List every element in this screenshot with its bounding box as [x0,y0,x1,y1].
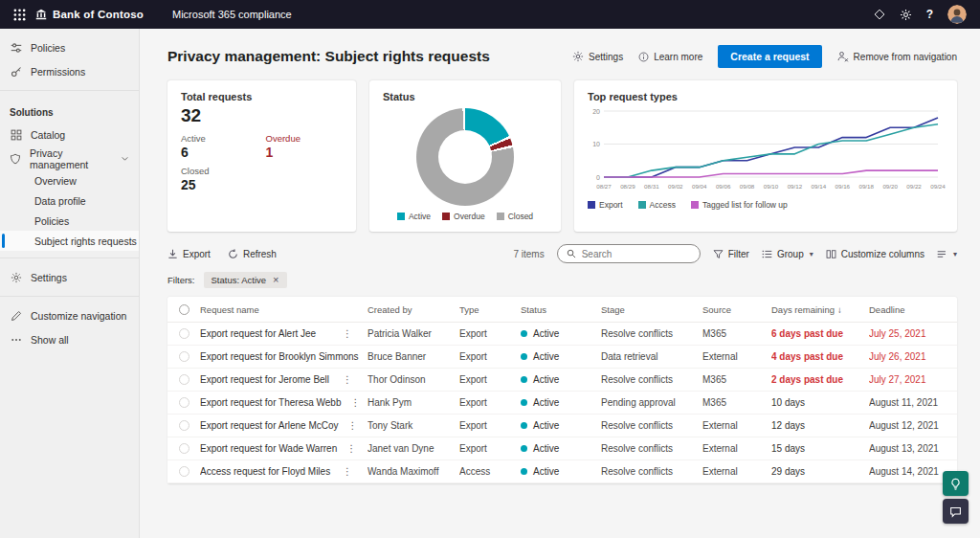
search-box[interactable] [557,244,701,263]
list-view-icon [937,249,947,259]
remove-filter-icon[interactable]: × [273,275,278,285]
row-more-icon[interactable]: ⋮ [333,328,362,339]
row-checkbox[interactable] [167,374,200,385]
help-icon[interactable]: ? [926,9,933,20]
learn-more-button[interactable]: Learn more [638,52,702,62]
whats-new-icon[interactable] [874,9,885,20]
request-name-cell[interactable]: Access request for Floyd Miles⋮ [200,466,368,477]
request-name-cell[interactable]: Export request for Brooklyn Simmons⋮ [200,351,368,362]
sidebar-section-solutions: Solutions [0,98,139,123]
table-row[interactable]: Access request for Floyd Miles⋮Wanda Max… [167,460,957,483]
active-status-dot [521,468,527,475]
feedback-button[interactable] [943,499,969,524]
status-cell: Active [521,374,601,385]
row-more-icon[interactable]: ⋮ [342,397,368,408]
avatar[interactable] [947,5,967,24]
deadline-cell: July 26, 2021 [869,351,957,362]
app-launcher-icon[interactable] [8,9,32,21]
help-bulb-button[interactable] [943,471,969,496]
deadline-cell: August 12, 2021 [869,420,957,431]
type-cell: Export [459,443,521,454]
col-created-by[interactable]: Created by [368,304,459,315]
row-checkbox[interactable] [167,351,200,362]
sidebar-item-data-profile[interactable]: Data profile [0,191,139,211]
created-by-cell: Tony Stark [368,420,459,431]
col-deadline[interactable]: Deadline [869,304,957,315]
filter-button[interactable]: Filter [713,249,749,259]
sidebar-item-settings[interactable]: Settings [0,265,139,289]
request-name-cell[interactable]: Export request for Theresa Webb⋮ [200,397,368,408]
row-more-icon[interactable]: ⋮ [333,466,362,477]
closed-value: 25 [181,177,266,192]
svg-text:08/29: 08/29 [620,183,635,190]
closed-label: Closed [181,166,266,176]
settings-gear-icon[interactable] [900,9,912,21]
pencil-icon [10,310,22,322]
view-options-button[interactable]: ▾ [937,249,957,259]
table-row[interactable]: Export request for Theresa Webb⋮Hank Pym… [167,392,957,415]
sidebar-item-show-all[interactable]: Show all [0,327,139,351]
customize-columns-button[interactable]: Customize columns [826,249,924,259]
refresh-button[interactable]: Refresh [228,249,277,259]
col-type[interactable]: Type [459,304,521,315]
status-legend-item: Closed [497,212,533,221]
request-name-cell[interactable]: Export request for Alert Jee⋮ [200,328,368,339]
table-row[interactable]: Export request for Arlene McCoy⋮Tony Sta… [167,415,957,437]
search-input[interactable] [582,249,691,259]
request-name-cell[interactable]: Export request for Wade Warren⋮ [200,443,368,454]
svg-text:09/12: 09/12 [788,183,803,190]
types-legend-item: Export [588,200,623,210]
filter-chip-status-active[interactable]: Status: Active × [204,272,287,288]
export-button[interactable]: Export [167,249,211,259]
settings-button[interactable]: Settings [572,51,623,62]
active-status-dot [521,399,527,406]
stage-cell: Resolve conflicts [601,466,702,477]
row-checkbox[interactable] [167,328,200,339]
type-cell: Access [459,466,521,477]
col-stage[interactable]: Stage [601,304,702,315]
request-name-cell[interactable]: Export request for Arlene McCoy⋮ [200,420,368,431]
remove-from-navigation-button[interactable]: Remove from navigation [837,51,957,62]
table-row[interactable]: Export request for Jerome Bell⋮Thor Odin… [167,369,957,392]
top-request-types-card: Top request types 0102008/2708/2908/3109… [574,80,957,232]
sidebar-item-permissions[interactable]: Permissions [0,59,139,83]
search-icon [567,249,576,258]
chevron-down-icon: ▾ [953,250,957,258]
row-more-icon[interactable]: ⋮ [337,443,366,454]
sidebar-item-subject-rights-requests[interactable]: Subject rights requests [0,231,139,251]
row-checkbox[interactable] [167,466,200,477]
total-requests-card: Total requests 32 Active Overdue 6 1 Clo… [167,80,356,232]
col-status[interactable]: Status [521,304,601,315]
col-request-name[interactable]: Request name [200,304,368,315]
request-name-cell[interactable]: Export request for Jerome Bell⋮ [200,374,368,385]
row-checkbox[interactable] [167,397,200,408]
col-source[interactable]: Source [702,304,771,315]
row-more-icon[interactable]: ⋮ [339,420,368,431]
created-by-cell: Thor Odinson [368,374,459,385]
sidebar-item-policies-child[interactable]: Policies [0,211,139,231]
table-row[interactable]: Export request for Brooklyn Simmons⋮Bruc… [167,346,957,369]
row-more-icon[interactable]: ⋮ [333,374,362,385]
row-checkbox[interactable] [167,420,200,431]
group-button[interactable]: Group ▾ [762,249,813,259]
gear-icon [10,272,22,283]
create-request-button[interactable]: Create a request [718,45,821,68]
svg-text:09/18: 09/18 [858,183,874,190]
filter-icon [713,249,724,259]
sidebar-item-policies[interactable]: Policies [0,35,139,59]
type-cell: Export [459,374,521,385]
sidebar-item-privacy-management[interactable]: Privacy management [0,146,139,170]
col-days-remaining[interactable]: Days remaining↓ [771,304,869,315]
sidebar-item-catalog[interactable]: Catalog [0,123,139,146]
select-all-checkbox[interactable] [179,304,189,315]
sidebar-item-customize-navigation[interactable]: Customize navigation [0,303,139,327]
row-more-icon[interactable]: ⋮ [359,351,368,362]
row-checkbox[interactable] [167,443,200,454]
active-value: 6 [181,145,266,160]
status-cell: Active [521,466,601,477]
table-row[interactable]: Export request for Wade Warren⋮Janet van… [167,437,957,460]
sidebar-item-overview[interactable]: Overview [0,170,139,191]
table-row[interactable]: Export request for Alert Jee⋮Patricia Wa… [167,323,957,346]
svg-text:09/08: 09/08 [740,183,755,190]
stage-cell: Data retrieval [601,351,702,362]
